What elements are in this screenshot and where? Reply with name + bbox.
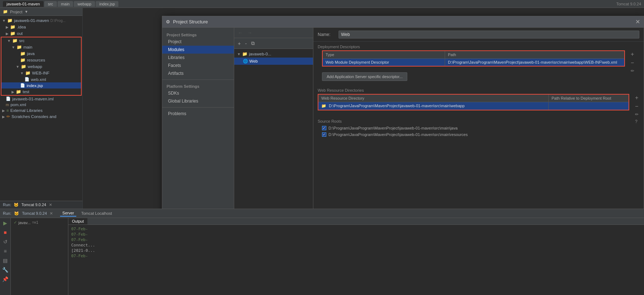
webxml-label: web.xml bbox=[31, 77, 46, 82]
tab-indexjsp[interactable]: index.jsp bbox=[96, 1, 118, 7]
src-folder-icon: 📁 bbox=[12, 38, 18, 43]
nav-facets[interactable]: Facets bbox=[162, 62, 234, 69]
expand-arrow-test: ▶ bbox=[12, 90, 14, 94]
tree-src[interactable]: ▼ 📁 src bbox=[1, 37, 81, 44]
project-icon: 📁 bbox=[3, 9, 8, 14]
tree-java[interactable]: ▶ 📁 java bbox=[1, 50, 81, 57]
run-restart-btn[interactable]: ↺ bbox=[3, 238, 8, 245]
remove-module-button[interactable]: - bbox=[244, 40, 248, 47]
tree-iml[interactable]: 📄 javaweb-01-maven.iml bbox=[0, 96, 82, 102]
nav-forward-arrow[interactable]: → bbox=[246, 29, 254, 36]
tree-test[interactable]: ▶ 📁 test bbox=[1, 88, 81, 95]
run-wrench-btn[interactable]: 🔧 bbox=[1, 266, 9, 273]
dialog-body: Project Settings Project Modules Librari… bbox=[162, 28, 644, 209]
remove-wr-btn[interactable]: − bbox=[634, 103, 639, 110]
tree-resources[interactable]: ▶ 📁 resources bbox=[1, 57, 81, 63]
out-label: out bbox=[17, 31, 23, 36]
source-checkbox-1[interactable]: ✓ bbox=[322, 126, 326, 130]
run-item-name: javav... bbox=[18, 221, 31, 225]
edit-descriptor-btn[interactable]: ✏ bbox=[630, 68, 635, 74]
tree-scratches[interactable]: ▶ ✏ Scratches Consoles and bbox=[0, 113, 82, 120]
nav-separator bbox=[162, 80, 234, 80]
top-bar: javaweb-01-maven src main webapp index.j… bbox=[0, 0, 644, 8]
deployment-table-row[interactable]: Web Module Deployment Descriptor D:\Prog… bbox=[323, 59, 624, 66]
expand-arrow-ext: ▶ bbox=[2, 109, 5, 113]
copy-module-button[interactable]: ⧉ bbox=[250, 40, 256, 47]
run-tab-tomcat[interactable]: Tomcat Localhost bbox=[79, 210, 114, 216]
nav-sdks[interactable]: SDKs bbox=[162, 89, 234, 97]
help-wr-btn[interactable]: ? bbox=[634, 118, 639, 125]
tree-main[interactable]: ▼ 📁 main bbox=[1, 44, 81, 50]
wr-section-title: Web Resource Directories bbox=[313, 88, 644, 92]
add-server-btn-container: Add Application Server specific descript… bbox=[313, 68, 644, 85]
output-line-3: 07-Feb- bbox=[71, 237, 641, 242]
wr-path-cell bbox=[549, 102, 629, 110]
run-scroll-btn[interactable]: ≡ bbox=[3, 248, 7, 255]
nav-project[interactable]: Project bbox=[162, 38, 234, 46]
tomcat-icon: 🐱 bbox=[14, 211, 19, 216]
tab-src[interactable]: src bbox=[44, 1, 57, 7]
add-module-button[interactable]: + bbox=[236, 40, 242, 47]
tab-javaweb[interactable]: javaweb-01-maven bbox=[3, 1, 44, 7]
add-wr-btn[interactable]: + bbox=[634, 94, 639, 102]
tree-root[interactable]: ▼ 📁 javaweb-01-maven D:\Prog... bbox=[0, 17, 82, 24]
remove-descriptor-btn[interactable]: − bbox=[630, 59, 635, 67]
nav-libraries[interactable]: Libraries bbox=[162, 54, 234, 62]
tree-out[interactable]: ▶ 📁 out bbox=[0, 30, 82, 37]
add-server-descriptor-button[interactable]: Add Application Server specific descript… bbox=[322, 72, 407, 81]
tree-webapp[interactable]: ▼ 📁 webapp bbox=[1, 63, 81, 70]
run-play-btn[interactable]: ▶ bbox=[3, 219, 8, 227]
dialog-title-bar: ⚙ Project Structure ✕ bbox=[162, 16, 644, 28]
module-javaweb-label: javaweb-0... bbox=[249, 52, 271, 56]
run-tab-server[interactable]: Server bbox=[60, 210, 76, 217]
module-tree-content: ▼ 📁 javaweb-0... 🌐 Web bbox=[234, 49, 313, 209]
src-label: src bbox=[19, 38, 24, 43]
nav-back-arrow[interactable]: ← bbox=[236, 29, 244, 36]
output-line-2: 07-Feb- bbox=[71, 232, 641, 237]
wr-table-row[interactable]: 📁 D:\Program\JavaProgram\MavenProject\ja… bbox=[318, 102, 629, 110]
tomcat-run-icon: 🐱 bbox=[14, 203, 19, 207]
run-item-label[interactable]: ✓ javav... =≡1 bbox=[12, 219, 67, 226]
platform-settings-section: Platform Settings bbox=[162, 82, 234, 89]
run-pin-btn[interactable]: 📌 bbox=[1, 276, 9, 283]
name-input[interactable] bbox=[339, 31, 639, 38]
tree-idea[interactable]: ▶ 📁 .idea bbox=[0, 24, 82, 30]
run-stop-btn[interactable]: ■ bbox=[3, 229, 7, 236]
run-label: Run: bbox=[3, 203, 11, 207]
tree-webinf[interactable]: ▼ 📁 WEB-INF bbox=[1, 70, 81, 76]
tree-ext-libs[interactable]: ▶ ≡ External Libraries bbox=[0, 108, 82, 113]
tree-pom[interactable]: m pom.xml bbox=[0, 102, 82, 108]
nav-modules[interactable]: Modules bbox=[162, 46, 234, 54]
source-checkbox-2[interactable]: ✓ bbox=[322, 132, 326, 137]
dialog-close-button[interactable]: ✕ bbox=[635, 18, 640, 25]
expand-arrow-main: ▼ bbox=[12, 45, 15, 49]
deployment-inner: Type Path Web Module Deployment Descript… bbox=[322, 50, 625, 67]
run-close-icon[interactable]: ✕ bbox=[49, 203, 52, 207]
jsp-file-icon: 📄 bbox=[20, 83, 25, 88]
test-folder-icon: 📁 bbox=[16, 89, 21, 94]
wr-side-btns: + − ✏ ? bbox=[634, 94, 639, 125]
dialog-nav: Project Settings Project Modules Librari… bbox=[162, 28, 234, 209]
run-body: ▶ ■ ↺ ≡ ▤ 🔧 📌 ✓ javav... =≡1 Output 07-F… bbox=[0, 218, 644, 295]
tab-webapp[interactable]: webapp bbox=[74, 1, 95, 7]
nav-problems[interactable]: Problems bbox=[162, 110, 234, 118]
ext-libs-label: External Libraries bbox=[10, 108, 42, 113]
run-filter-btn[interactable]: ▤ bbox=[2, 257, 8, 264]
tree-indexjsp[interactable]: 📄 index.jsp bbox=[1, 82, 81, 88]
source-roots-section: Source Roots ✓ D:\Program\JavaProgram\Ma… bbox=[313, 116, 644, 139]
tab-main[interactable]: main bbox=[58, 1, 73, 7]
descriptor-type-cell: Web Module Deployment Descriptor bbox=[323, 59, 445, 66]
module-item-web[interactable]: 🌐 Web bbox=[234, 58, 313, 65]
nav-artifacts[interactable]: Artifacts bbox=[162, 69, 234, 77]
run-close-btn[interactable]: ✕ bbox=[50, 211, 53, 216]
add-descriptor-btn[interactable]: + bbox=[630, 50, 635, 58]
scratches-label: Scratches Consoles and bbox=[12, 114, 56, 119]
project-settings-section: Project Settings bbox=[162, 31, 234, 38]
nav-global-libs[interactable]: Global Libraries bbox=[162, 97, 234, 105]
deployment-table-wrapper: Type Path Web Module Deployment Descript… bbox=[322, 50, 625, 67]
output-tab[interactable]: Output bbox=[68, 218, 87, 224]
expand-arrow-java: ▶ bbox=[16, 52, 19, 56]
tree-webxml[interactable]: 📄 web.xml bbox=[1, 76, 81, 82]
edit-wr-btn[interactable]: ✏ bbox=[634, 111, 639, 118]
module-item-javaweb[interactable]: ▼ 📁 javaweb-0... bbox=[234, 50, 313, 58]
